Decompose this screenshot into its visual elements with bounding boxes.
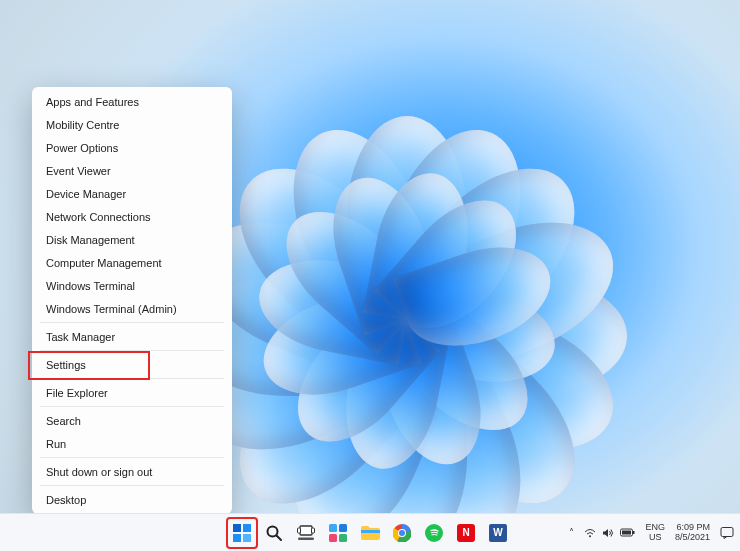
netflix-icon[interactable]: N bbox=[451, 518, 481, 548]
svg-rect-11 bbox=[339, 524, 347, 532]
chrome-icon[interactable] bbox=[387, 518, 417, 548]
menu-item-shut-down-or-sign-out[interactable]: Shut down or sign out bbox=[32, 460, 232, 483]
menu-item-file-explorer[interactable]: File Explorer bbox=[32, 381, 232, 404]
tray-status-icons[interactable] bbox=[584, 528, 635, 538]
menu-separator bbox=[40, 322, 224, 323]
start-button[interactable] bbox=[227, 518, 257, 548]
word-icon[interactable]: W bbox=[483, 518, 513, 548]
menu-item-settings[interactable]: Settings bbox=[32, 353, 232, 376]
menu-item-windows-terminal-admin-[interactable]: Windows Terminal (Admin) bbox=[32, 297, 232, 320]
svg-rect-9 bbox=[298, 537, 314, 540]
svg-rect-7 bbox=[298, 528, 301, 533]
menu-item-computer-management[interactable]: Computer Management bbox=[32, 251, 232, 274]
svg-rect-0 bbox=[233, 524, 241, 532]
spotify-icon[interactable] bbox=[419, 518, 449, 548]
svg-rect-22 bbox=[721, 527, 733, 536]
taskbar-center: NW bbox=[227, 514, 513, 551]
menu-item-desktop[interactable]: Desktop bbox=[32, 488, 232, 511]
battery-icon bbox=[620, 528, 635, 537]
svg-rect-8 bbox=[312, 528, 315, 533]
menu-item-windows-terminal[interactable]: Windows Terminal bbox=[32, 274, 232, 297]
svg-rect-3 bbox=[243, 534, 251, 542]
svg-point-17 bbox=[399, 530, 405, 536]
lang-bottom: US bbox=[649, 533, 662, 543]
menu-item-mobility-centre[interactable]: Mobility Centre bbox=[32, 113, 232, 136]
svg-rect-20 bbox=[633, 531, 635, 534]
speaker-icon bbox=[602, 528, 614, 538]
svg-point-18 bbox=[589, 535, 591, 537]
desktop[interactable]: Apps and FeaturesMobility CentrePower Op… bbox=[0, 0, 740, 551]
tray-chevron-up-icon[interactable]: ˄ bbox=[569, 527, 574, 538]
menu-separator bbox=[40, 378, 224, 379]
menu-item-task-manager[interactable]: Task Manager bbox=[32, 325, 232, 348]
clock-date: 8/5/2021 bbox=[675, 533, 710, 543]
language-indicator[interactable]: ENG US bbox=[645, 523, 665, 543]
svg-rect-12 bbox=[329, 534, 337, 542]
wallpaper-bloom bbox=[177, 46, 637, 506]
menu-item-event-viewer[interactable]: Event Viewer bbox=[32, 159, 232, 182]
winx-context-menu: Apps and FeaturesMobility CentrePower Op… bbox=[32, 87, 232, 514]
svg-rect-10 bbox=[329, 524, 337, 532]
menu-separator bbox=[40, 457, 224, 458]
clock[interactable]: 6:09 PM 8/5/2021 bbox=[675, 523, 710, 543]
notifications-icon[interactable] bbox=[720, 526, 734, 540]
menu-item-network-connections[interactable]: Network Connections bbox=[32, 205, 232, 228]
menu-item-power-options[interactable]: Power Options bbox=[32, 136, 232, 159]
menu-separator bbox=[40, 350, 224, 351]
svg-rect-21 bbox=[622, 531, 631, 535]
menu-separator bbox=[40, 485, 224, 486]
svg-line-5 bbox=[277, 535, 282, 540]
menu-item-disk-management[interactable]: Disk Management bbox=[32, 228, 232, 251]
file-explorer-icon[interactable] bbox=[355, 518, 385, 548]
search-icon[interactable] bbox=[259, 518, 289, 548]
svg-rect-14 bbox=[361, 530, 380, 533]
taskbar: NW ˄ ENG US 6:09 PM 8/5/2021 bbox=[0, 513, 740, 551]
task-view-icon[interactable] bbox=[291, 518, 321, 548]
menu-item-search[interactable]: Search bbox=[32, 409, 232, 432]
menu-item-run[interactable]: Run bbox=[32, 432, 232, 455]
menu-item-device-manager[interactable]: Device Manager bbox=[32, 182, 232, 205]
svg-rect-6 bbox=[300, 526, 312, 535]
system-tray: ˄ ENG US 6:09 PM 8/5/2021 bbox=[569, 514, 734, 551]
widgets-icon[interactable] bbox=[323, 518, 353, 548]
menu-separator bbox=[40, 406, 224, 407]
svg-rect-13 bbox=[339, 534, 347, 542]
svg-rect-2 bbox=[233, 534, 241, 542]
menu-item-apps-and-features[interactable]: Apps and Features bbox=[32, 90, 232, 113]
svg-rect-1 bbox=[243, 524, 251, 532]
wifi-icon bbox=[584, 528, 596, 538]
